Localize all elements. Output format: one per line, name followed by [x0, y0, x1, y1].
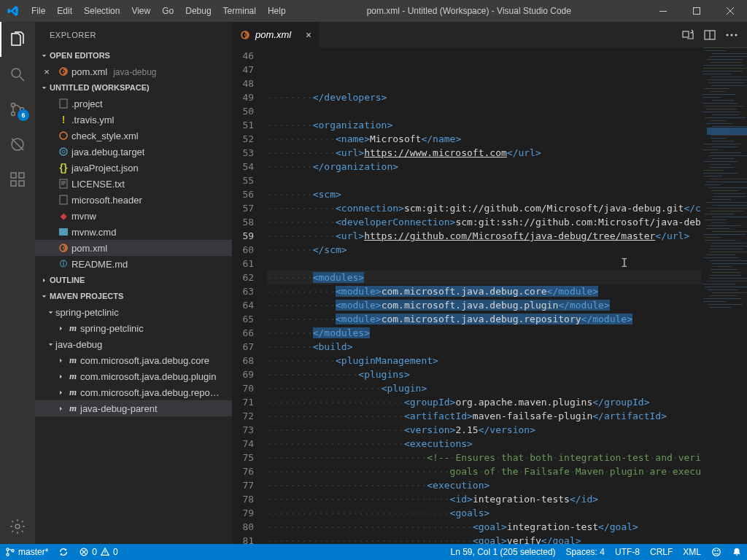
svg-point-28 — [731, 34, 733, 36]
svg-point-3 — [12, 104, 15, 107]
status-bell-icon[interactable] — [727, 544, 747, 560]
svg-rect-0 — [659, 11, 667, 12]
maven-module[interactable]: m com.microsoft.java.debug.repo… — [35, 384, 232, 400]
svg-rect-1 — [694, 8, 700, 15]
svg-point-34 — [713, 548, 721, 556]
maximize-button[interactable] — [680, 0, 713, 22]
status-cursor-position[interactable]: Ln 59, Col 1 (205 selected) — [446, 544, 561, 560]
status-sync[interactable] — [53, 544, 74, 560]
tab-label: pom.xml — [255, 29, 300, 40]
window-title: pom.xml - Untitled (Workspace) - Visual … — [292, 6, 646, 16]
maven-module[interactable]: m com.microsoft.java.debug.plugin — [35, 368, 232, 384]
more-actions-icon[interactable] — [724, 27, 740, 43]
status-problems[interactable]: 0 0 — [74, 544, 123, 560]
svg-rect-20 — [59, 228, 68, 236]
menu-selection[interactable]: Selection — [78, 0, 125, 22]
svg-rect-10 — [19, 173, 24, 178]
activity-scm-icon[interactable]: 6 — [0, 92, 35, 127]
maven-module[interactable]: m spring-petclinic — [35, 320, 232, 336]
compare-changes-icon[interactable] — [680, 27, 696, 43]
file-item[interactable]: .project — [35, 96, 232, 112]
menu-file[interactable]: File — [26, 0, 51, 22]
menu-view[interactable]: View — [125, 0, 156, 22]
menu-help[interactable]: Help — [262, 0, 292, 22]
file-icon — [55, 226, 71, 238]
workspace-header[interactable]: UNTITLED (WORKSPACE) — [35, 79, 232, 96]
file-item[interactable]: {}javaProject.json — [35, 160, 232, 176]
vscode-icon — [0, 5, 26, 17]
maven-label: MAVEN PROJECTS — [50, 292, 123, 300]
file-label: mvnw.cmd — [71, 227, 116, 238]
title-bar: File Edit Selection View Go Debug Termin… — [0, 0, 747, 22]
file-item[interactable]: ⓘREADME.md — [35, 256, 232, 272]
menu-edit[interactable]: Edit — [51, 0, 78, 22]
menu-terminal[interactable]: Terminal — [217, 0, 262, 22]
menu-debug[interactable]: Debug — [179, 0, 217, 22]
file-item[interactable]: java.debug.target — [35, 144, 232, 160]
code-content[interactable]: I ········</developers>········<organiza… — [267, 47, 701, 544]
minimize-button[interactable] — [646, 0, 680, 22]
status-indentation[interactable]: Spaces: 4 — [561, 544, 610, 560]
outline-header[interactable]: OUTLINE — [35, 272, 232, 288]
status-branch[interactable]: master* — [0, 544, 53, 560]
editor-tab[interactable]: pom.xml × — [232, 22, 320, 47]
minimap[interactable] — [701, 47, 747, 544]
maven-icon: m — [66, 354, 80, 366]
file-icon — [55, 130, 71, 141]
file-label: check_style.xml — [71, 131, 139, 141]
file-item[interactable]: ◆mvnw — [35, 208, 232, 224]
status-language[interactable]: XML — [678, 544, 706, 560]
maven-module[interactable]: m com.microsoft.java.debug.core — [35, 352, 232, 368]
maven-project[interactable]: spring-petclinic — [35, 304, 232, 320]
maven-icon: m — [66, 370, 80, 382]
activity-debug-icon[interactable] — [0, 127, 35, 162]
status-feedback-icon[interactable] — [706, 544, 727, 560]
editor-area: pom.xml × 464748495051525354555657585960… — [232, 22, 747, 544]
svg-point-27 — [727, 34, 729, 36]
menu-go[interactable]: Go — [156, 0, 179, 22]
close-button[interactable] — [713, 0, 747, 22]
open-editor-item[interactable]: × pom.xmljava-debug — [35, 63, 232, 79]
activity-settings-icon[interactable] — [0, 509, 35, 544]
maven-module[interactable]: m java-debug-parent — [35, 400, 232, 416]
maven-header[interactable]: MAVEN PROJECTS — [35, 288, 232, 304]
maven-icon: m — [66, 402, 80, 414]
open-editors-header[interactable]: OPEN EDITORS — [35, 47, 232, 63]
file-icon — [55, 98, 71, 109]
line-gutter: 4647484950515253545556575859606162636465… — [232, 47, 267, 544]
maven-icon: m — [66, 322, 80, 334]
file-item[interactable]: LICENSE.txt — [35, 176, 232, 192]
file-label: pom.xml — [71, 243, 107, 254]
file-icon — [55, 242, 71, 254]
split-editor-icon[interactable] — [702, 27, 718, 43]
activity-explorer-icon[interactable] — [0, 22, 35, 57]
outline-label: OUTLINE — [50, 276, 85, 284]
file-label: .project — [71, 98, 103, 109]
status-encoding[interactable]: UTF-8 — [610, 544, 645, 560]
svg-point-11 — [15, 524, 20, 529]
file-item[interactable]: mvnw.cmd — [35, 224, 232, 240]
file-icon: ⓘ — [55, 259, 71, 269]
close-icon[interactable]: × — [41, 66, 53, 77]
svg-point-4 — [12, 112, 15, 116]
editor-body[interactable]: 4647484950515253545556575859606162636465… — [232, 47, 747, 544]
file-item[interactable]: microsoft.header — [35, 192, 232, 208]
svg-point-30 — [7, 548, 9, 551]
file-item[interactable]: check_style.xml — [35, 128, 232, 144]
maven-project[interactable]: java-debug — [35, 336, 232, 352]
svg-rect-7 — [11, 173, 16, 178]
svg-rect-18 — [60, 179, 67, 188]
svg-rect-8 — [11, 181, 16, 186]
status-eol[interactable]: CRLF — [645, 544, 678, 560]
tab-close-icon[interactable]: × — [306, 29, 311, 41]
maven-icon: m — [66, 386, 80, 398]
sidebar-title: EXPLORER — [35, 22, 232, 47]
workspace-label: UNTITLED (WORKSPACE) — [50, 83, 150, 92]
file-icon — [55, 194, 71, 206]
file-item[interactable]: pom.xml — [35, 240, 232, 256]
file-item[interactable]: !.travis.yml — [35, 112, 232, 128]
activity-search-icon[interactable] — [0, 57, 35, 92]
file-label: microsoft.header — [71, 195, 142, 206]
svg-point-22 — [63, 247, 64, 249]
activity-extensions-icon[interactable] — [0, 162, 35, 197]
